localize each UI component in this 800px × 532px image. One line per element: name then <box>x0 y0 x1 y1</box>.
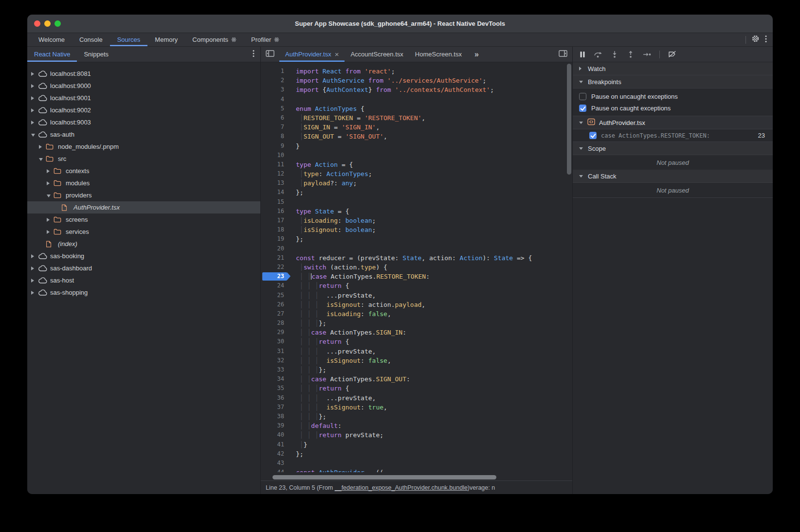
code-text[interactable]: type Action = { <box>292 160 353 169</box>
line-number[interactable]: 14 <box>261 188 292 197</box>
tree-item-sas-shopping[interactable]: sas-shopping <box>27 286 260 299</box>
code-text[interactable]: import React from 'react'; <box>292 67 395 76</box>
step-out-button[interactable] <box>627 51 635 58</box>
chevron-right-icon[interactable] <box>39 145 46 149</box>
close-icon[interactable]: × <box>335 51 339 58</box>
line-number[interactable]: 11 <box>261 160 292 169</box>
breakpoint-entry[interactable]: case ActionTypes.RESTORE_TOKEN:23 <box>573 129 773 142</box>
horizontal-scrollbar[interactable] <box>273 475 496 479</box>
line-number[interactable]: 25 <box>261 291 292 300</box>
code-text[interactable]: │ │ │ isSignout: false, <box>292 356 391 365</box>
code-text[interactable]: │SIGN_IN = 'SIGN_IN', <box>292 123 380 132</box>
tree-item-services[interactable]: services <box>27 226 260 238</box>
tree-item-index[interactable]: (index) <box>27 238 260 250</box>
chevron-right-icon[interactable] <box>47 218 54 222</box>
show-debugger-button[interactable] <box>554 47 572 62</box>
code-text[interactable]: │ │ │ isSignout: action.payload, <box>292 300 425 309</box>
line-number[interactable]: 36 <box>261 393 292 403</box>
file-tab-homescreen-tsx[interactable]: HomeScreen.tsx <box>409 47 468 62</box>
line-number[interactable]: 32 <box>261 356 292 365</box>
line-number[interactable]: 31 <box>261 347 292 356</box>
line-number[interactable]: 16 <box>261 207 292 216</box>
chevron-right-icon[interactable] <box>31 266 38 270</box>
source-origin-link[interactable]: __federation_expose_AuthProvider.chunk.b… <box>335 484 468 491</box>
code-text[interactable]: │ │ │}; <box>292 319 327 328</box>
file-tab-authprovider-tsx[interactable]: AuthProvider.tsx× <box>279 47 345 62</box>
chevron-down-icon[interactable] <box>579 81 583 83</box>
settings-gear-button[interactable] <box>751 35 760 45</box>
chevron-right-icon[interactable] <box>47 181 54 185</box>
tab-welcome[interactable]: Welcome <box>31 33 72 46</box>
code-text[interactable]: │ │ │ isLoading: false, <box>292 309 391 319</box>
chevron-right-icon[interactable] <box>31 121 38 124</box>
chevron-down-icon[interactable] <box>47 194 54 197</box>
line-number[interactable]: 2 <box>261 76 292 85</box>
tab-memory[interactable]: Memory <box>147 33 185 46</box>
chevron-right-icon[interactable] <box>579 67 583 71</box>
code-text[interactable]: }; <box>292 188 304 197</box>
code-area[interactable]: 1import React from 'react';2import AuthS… <box>261 62 572 480</box>
line-number[interactable]: 13 <box>261 178 292 188</box>
tree-item-src[interactable]: src <box>27 153 260 165</box>
breakpoints-section-header[interactable]: Breakpoints <box>573 75 773 89</box>
chevron-right-icon[interactable] <box>47 169 54 173</box>
more-tabs-button[interactable]: » <box>468 47 486 62</box>
line-number[interactable]: 37 <box>261 403 292 412</box>
chevron-down-icon[interactable] <box>31 133 38 137</box>
line-number[interactable]: 1 <box>261 67 292 76</box>
tab-components[interactable]: Components <box>185 33 244 46</box>
pause-button[interactable] <box>580 51 585 58</box>
line-number[interactable]: 22 <box>261 263 292 272</box>
hide-navigator-button[interactable] <box>261 47 279 62</box>
traffic-light-zoom[interactable] <box>55 20 61 27</box>
line-number[interactable]: 30 <box>261 337 292 346</box>
chevron-right-icon[interactable] <box>47 230 54 234</box>
line-number[interactable]: 42 <box>261 449 292 459</box>
code-text[interactable]: │isLoading: boolean; <box>292 216 376 225</box>
code-text[interactable] <box>292 197 300 207</box>
tree-item-authprovider-tsx[interactable]: AuthProvider.tsx <box>27 201 260 213</box>
line-number[interactable]: 19 <box>261 234 292 244</box>
pause-on-caught-exceptions-row[interactable]: Pause on caught exceptions <box>573 102 773 114</box>
code-text[interactable]: type State = { <box>292 207 349 216</box>
tab-sources[interactable]: Sources <box>110 33 148 46</box>
tree-item-localhost-9003[interactable]: localhost:9003 <box>27 116 260 128</box>
chevron-right-icon[interactable] <box>31 254 38 258</box>
code-text[interactable]: │ │ │ ...prevState, <box>292 291 376 300</box>
tab-console[interactable]: Console <box>72 33 110 46</box>
code-text[interactable]: │ │ │return { <box>292 384 349 393</box>
line-number[interactable]: 20 <box>261 244 292 253</box>
line-number[interactable]: 28 <box>261 319 292 328</box>
line-number[interactable]: 9 <box>261 142 292 151</box>
code-text[interactable]: │ │ │return { <box>292 337 349 346</box>
tree-item-sas-auth[interactable]: sas-auth <box>27 128 260 141</box>
breakpoint-file-group[interactable]: AuthProvider.tsx <box>573 116 773 129</box>
tree-item-localhost-8081[interactable]: localhost:8081 <box>27 68 260 80</box>
more-options-button[interactable] <box>765 35 767 45</box>
code-text[interactable]: }; <box>292 449 304 459</box>
line-number[interactable]: 34 <box>261 374 292 384</box>
line-number[interactable]: 12 <box>261 169 292 178</box>
line-number[interactable]: 23 <box>261 272 292 281</box>
line-number[interactable]: 44 <box>261 468 292 472</box>
chevron-down-icon[interactable] <box>579 147 583 150</box>
code-text[interactable]: │ │ │}; <box>292 365 327 374</box>
line-number[interactable]: 21 <box>261 253 292 263</box>
tree-item-sas-host[interactable]: sas-host <box>27 274 260 286</box>
pause-on-uncaught-exceptions-checkbox[interactable] <box>579 93 586 100</box>
code-text[interactable] <box>292 151 300 160</box>
chevron-down-icon[interactable] <box>579 122 583 124</box>
step-into-button[interactable] <box>611 51 618 58</box>
navigator-more-button[interactable] <box>247 47 260 62</box>
tree-item-providers[interactable]: providers <box>27 189 260 201</box>
code-text[interactable] <box>292 244 300 253</box>
chevron-right-icon[interactable] <box>31 96 38 100</box>
code-text[interactable]: │ │case ActionTypes.SIGN_IN: <box>292 328 406 337</box>
code-text[interactable]: } <box>292 142 300 151</box>
breakpoint-checkbox[interactable] <box>589 132 597 139</box>
line-number[interactable]: 38 <box>261 412 292 421</box>
code-text[interactable]: │ │ │return prevState; <box>292 430 383 440</box>
chevron-right-icon[interactable] <box>31 291 38 295</box>
step-over-button[interactable] <box>594 51 602 58</box>
line-number[interactable]: 5 <box>261 104 292 113</box>
